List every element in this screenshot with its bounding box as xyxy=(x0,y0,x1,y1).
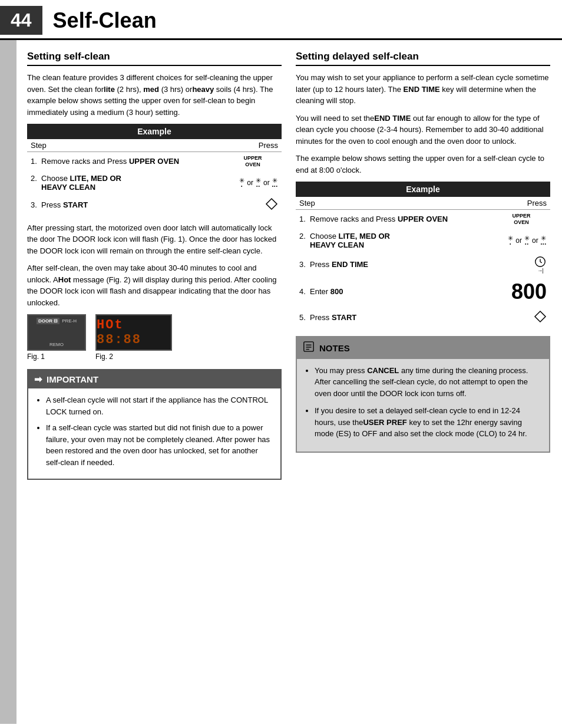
end-time-icon: →| xyxy=(534,255,547,274)
main-content: Setting self-clean The clean feature pro… xyxy=(0,40,562,724)
notes-bullet-2: If you desire to set a delayed self-clea… xyxy=(315,405,542,440)
right-step-3: 3. Press END TIME →| xyxy=(296,252,550,276)
page-header: 44 Self-Clean xyxy=(0,0,562,40)
notes-header: NOTES xyxy=(297,337,549,359)
right-example-table: Example Step Press 1. Remove racks and P… xyxy=(296,182,550,328)
door-panel-top: DOOR ⊟ PRE-H xyxy=(37,318,77,324)
right-step-3-press: →| xyxy=(492,252,550,276)
right-step-1: 1. Remove racks and Press UPPER OVEN UPP… xyxy=(296,210,550,229)
notes-heading: NOTES xyxy=(319,343,350,353)
notes-bullet-1: You may press CANCEL any time during the… xyxy=(315,365,542,400)
large-800-display: 800 xyxy=(511,279,547,304)
or-text-1-right: or xyxy=(515,236,522,245)
right-step-3-text: 3. Press END TIME xyxy=(296,252,492,276)
important-body: A self-clean cycle will not start if the… xyxy=(28,388,280,479)
left-step-2-press: ✳ • or ✳ •• or ✳ xyxy=(224,171,282,195)
pre-label: PRE-H xyxy=(62,318,77,324)
important-header: ➡ IMPORTANT xyxy=(28,370,280,388)
left-step-1-press: UPPEROVEN xyxy=(224,152,282,171)
right-step-5-text: 5. Press START xyxy=(296,307,492,328)
svg-rect-3 xyxy=(304,341,313,351)
notes-box: NOTES You may press CANCEL any time duri… xyxy=(296,336,550,453)
left-example-table: Example Step Press 1. Remove racks and P… xyxy=(27,124,282,215)
left-step-1: 1. Remove racks and Press UPPER OVEN UPP… xyxy=(27,152,282,171)
fig-2-caption: Fig. 2 xyxy=(95,353,113,361)
sun-lite-left: ✳ • xyxy=(239,177,244,188)
left-step-2: 2. Choose LITE, MED OR HEAVY CLEAN ✳ • o… xyxy=(27,171,282,195)
figure-2-box: HOt 88:88 Fig. 2 xyxy=(95,314,172,361)
fig-2-image: HOt 88:88 xyxy=(95,314,172,351)
svg-marker-2 xyxy=(535,311,546,322)
sun-med-left: ✳ •• xyxy=(256,177,261,188)
figure-1-box: DOOR ⊟ PRE-H REMO Fig. 1 xyxy=(27,314,86,361)
self-clean-intro: The clean feature provides 3 different c… xyxy=(27,72,282,118)
svg-marker-0 xyxy=(266,199,277,209)
setting-delayed-heading: Setting delayed self-clean xyxy=(296,51,550,66)
right-step-5-press xyxy=(492,307,550,328)
press-col-header-right: Press xyxy=(492,197,550,210)
left-step-1-text: 1. Remove racks and Press UPPER OVEN xyxy=(27,152,224,171)
notes-body: You may press CANCEL any time during the… xyxy=(297,359,549,452)
door-panel-bottom: REMO xyxy=(49,342,64,347)
left-step-3: 3. Press START xyxy=(27,195,282,215)
right-step-4: 4. Enter 800 800 xyxy=(296,276,550,307)
right-step-4-press: 800 xyxy=(492,276,550,307)
or-text-1-left: or xyxy=(247,179,253,187)
delayed-intro-3: The example below shows setting the uppe… xyxy=(296,153,550,176)
start-diamond-left xyxy=(265,197,278,210)
sun-lite-right: ✳ • xyxy=(508,235,513,246)
left-column: Setting self-clean The clean feature pro… xyxy=(27,51,282,713)
door-label: DOOR ⊟ xyxy=(37,318,59,324)
example-header-right: Example xyxy=(296,182,550,197)
important-bullet-1: A self-clean cycle will not start if the… xyxy=(46,394,273,417)
important-heading: IMPORTANT xyxy=(47,374,98,384)
delayed-intro-2: You will need to set theEND TIME out far… xyxy=(296,113,550,147)
sun-med-right: ✳ •• xyxy=(524,235,530,246)
right-step-5: 5. Press START xyxy=(296,307,550,328)
upper-oven-icon-right: UPPEROVEN xyxy=(496,213,547,226)
sun-icons-right: ✳ • or ✳ •• or ✳ ••• xyxy=(496,235,547,246)
page-title: Self-Clean xyxy=(53,8,157,33)
left-step-3-text: 3. Press START xyxy=(27,195,224,215)
sun-icons-left: ✳ • or ✳ •• or ✳ xyxy=(227,177,278,188)
step-col-header-right: Step xyxy=(296,197,492,210)
example-header-left: Example xyxy=(27,124,282,139)
press-col-header-left: Press xyxy=(224,139,282,152)
after-start-text: After pressing start, the motorized oven… xyxy=(27,222,282,257)
left-step-3-press xyxy=(224,195,282,215)
hot-display: HOt 88:88 xyxy=(97,318,171,347)
important-bullet-2: If a self-clean cycle was started but di… xyxy=(46,422,273,468)
start-diamond-right xyxy=(534,310,547,323)
notes-icon xyxy=(303,341,315,355)
setting-self-clean-heading: Setting self-clean xyxy=(27,51,282,66)
left-sidebar xyxy=(0,40,16,724)
right-step-2-text: 2. Choose LITE, MED OR HEAVY CLEAN xyxy=(296,229,492,252)
step-col-header-left: Step xyxy=(27,139,224,152)
page-number-box: 44 xyxy=(0,6,42,35)
left-step-2-text: 2. Choose LITE, MED OR HEAVY CLEAN xyxy=(27,171,224,195)
figures-row: DOOR ⊟ PRE-H REMO Fig. 1 HOt 88:88 xyxy=(27,314,282,361)
right-step-2-press: ✳ • or ✳ •• or ✳ ••• xyxy=(492,229,550,252)
or-text-2-right: or xyxy=(532,236,538,245)
right-step-4-text: 4. Enter 800 xyxy=(296,276,492,307)
right-step-1-press: UPPEROVEN xyxy=(492,210,550,229)
important-box: ➡ IMPORTANT A self-clean cycle will not … xyxy=(27,369,282,480)
sun-heavy-right: ✳ ••• xyxy=(541,235,547,246)
fig-1-image: DOOR ⊟ PRE-H REMO xyxy=(27,314,86,351)
important-arrow-icon: ➡ xyxy=(34,374,42,385)
content-area: Setting self-clean The clean feature pro… xyxy=(16,40,562,724)
right-column: Setting delayed self-clean You may wish … xyxy=(296,51,550,713)
after-cool-text: After self-clean, the oven may take abou… xyxy=(27,262,282,308)
right-step-2: 2. Choose LITE, MED OR HEAVY CLEAN ✳ • o… xyxy=(296,229,550,252)
delayed-intro-1: You may wish to set your appliance to pe… xyxy=(296,72,550,107)
or-text-2-left: or xyxy=(263,179,270,187)
sun-heavy-left: ✳ ••• xyxy=(272,177,278,188)
upper-oven-icon-left: UPPEROVEN xyxy=(227,155,278,168)
fig-1-caption: Fig. 1 xyxy=(27,353,45,361)
right-step-1-text: 1. Remove racks and Press UPPER OVEN xyxy=(296,210,492,229)
